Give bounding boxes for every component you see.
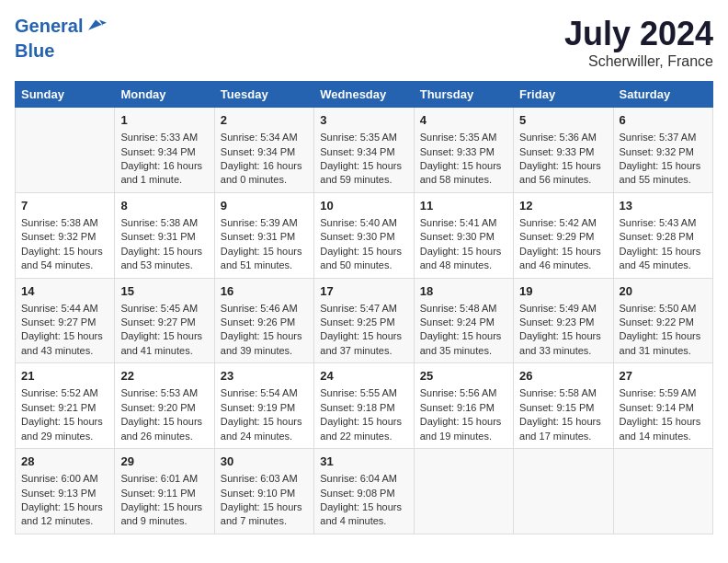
calendar-cell: 1Sunrise: 5:33 AMSunset: 9:34 PMDaylight…	[115, 108, 214, 193]
calendar-cell: 15Sunrise: 5:45 AMSunset: 9:27 PMDayligh…	[115, 278, 214, 363]
header-day-monday: Monday	[115, 82, 214, 108]
day-info-line: Daylight: 15 hours	[420, 329, 507, 343]
week-row-1: 1Sunrise: 5:33 AMSunset: 9:34 PMDaylight…	[16, 108, 713, 193]
calendar-cell: 9Sunrise: 5:39 AMSunset: 9:31 PMDaylight…	[214, 192, 313, 278]
week-row-2: 7Sunrise: 5:38 AMSunset: 9:32 PMDaylight…	[16, 192, 713, 278]
calendar-cell: 24Sunrise: 5:55 AMSunset: 9:18 PMDayligh…	[314, 363, 414, 449]
day-info-line: Daylight: 15 hours	[519, 245, 607, 259]
day-number: 6	[620, 112, 707, 129]
day-info-line: Sunset: 9:22 PM	[620, 316, 707, 329]
day-info-line: and 53 minutes.	[120, 259, 208, 272]
day-info-line: and 22 minutes.	[320, 430, 407, 443]
day-info-line: Sunrise: 6:00 AM	[21, 472, 108, 486]
day-info-line: Sunset: 9:27 PM	[21, 316, 108, 329]
page-header: GeneralBlue July 2024 Scherwiller, Franc…	[15, 15, 713, 70]
calendar-cell	[16, 108, 115, 193]
day-info-line: and 55 minutes.	[620, 173, 707, 187]
day-info-line: and 31 minutes.	[620, 344, 707, 358]
calendar-cell: 22Sunrise: 5:53 AMSunset: 9:20 PMDayligh…	[115, 363, 214, 449]
calendar-cell: 26Sunrise: 5:58 AMSunset: 9:15 PMDayligh…	[514, 363, 613, 449]
day-number: 18	[420, 283, 507, 300]
day-info-line: and 39 minutes.	[221, 344, 308, 358]
day-info-line: Sunrise: 5:40 AM	[320, 216, 407, 230]
day-info-line: Sunset: 9:19 PM	[221, 401, 308, 415]
day-number: 17	[320, 283, 407, 300]
day-info-line: Sunrise: 5:42 AM	[519, 216, 607, 230]
day-number: 20	[620, 283, 707, 300]
day-info-line: and 56 minutes.	[519, 173, 607, 187]
day-info-line: Sunrise: 5:45 AM	[120, 302, 208, 316]
day-info-line: Daylight: 15 hours	[620, 329, 707, 343]
day-info-line: Daylight: 15 hours	[420, 415, 507, 429]
day-number: 5	[519, 112, 607, 129]
logo-bird-icon	[85, 15, 107, 37]
header-day-saturday: Saturday	[613, 82, 712, 108]
day-number: 30	[221, 454, 308, 470]
day-info-line: Sunset: 9:30 PM	[320, 230, 407, 244]
day-info-line: Sunrise: 5:50 AM	[620, 302, 707, 316]
day-info-line: Sunset: 9:29 PM	[519, 230, 607, 244]
day-info-line: Sunrise: 5:55 AM	[320, 386, 407, 400]
day-info-line: Sunrise: 5:38 AM	[120, 216, 208, 230]
day-number: 15	[120, 283, 208, 300]
day-info-line: Sunset: 9:33 PM	[519, 145, 607, 159]
day-info-line: and 19 minutes.	[420, 430, 507, 443]
day-info-line: Daylight: 15 hours	[21, 329, 108, 343]
calendar-cell: 30Sunrise: 6:03 AMSunset: 9:10 PMDayligh…	[214, 449, 313, 534]
week-row-4: 21Sunrise: 5:52 AMSunset: 9:21 PMDayligh…	[16, 363, 713, 449]
day-info-line: Daylight: 15 hours	[221, 329, 308, 343]
day-info-line: and 12 minutes.	[21, 514, 108, 528]
day-info-line: Sunset: 9:08 PM	[320, 487, 407, 500]
day-number: 8	[120, 198, 208, 214]
week-row-5: 28Sunrise: 6:00 AMSunset: 9:13 PMDayligh…	[16, 449, 713, 534]
day-number: 21	[21, 368, 108, 385]
day-info-line: and 14 minutes.	[620, 430, 707, 443]
day-number: 10	[320, 198, 407, 214]
day-info-line: and 51 minutes.	[221, 259, 308, 272]
logo-text: GeneralBlue	[15, 15, 107, 61]
day-info-line: and 45 minutes.	[620, 259, 707, 272]
day-info-line: Sunset: 9:31 PM	[221, 230, 308, 244]
day-info-line: Sunrise: 5:35 AM	[420, 131, 507, 144]
day-number: 29	[120, 454, 208, 470]
location-subtitle: Scherwiller, France	[564, 53, 713, 70]
day-info-line: Daylight: 15 hours	[320, 159, 407, 173]
day-info-line: Daylight: 15 hours	[420, 245, 507, 259]
day-info-line: Daylight: 15 hours	[21, 500, 108, 514]
day-info-line: Daylight: 15 hours	[620, 415, 707, 429]
calendar-header: SundayMondayTuesdayWednesdayThursdayFrid…	[16, 82, 713, 108]
day-info-line: Sunset: 9:18 PM	[320, 401, 407, 415]
day-info-line: and 46 minutes.	[519, 259, 607, 272]
calendar-cell: 14Sunrise: 5:44 AMSunset: 9:27 PMDayligh…	[16, 278, 115, 363]
day-info-line: Daylight: 15 hours	[519, 415, 607, 429]
calendar-cell: 4Sunrise: 5:35 AMSunset: 9:33 PMDaylight…	[414, 108, 513, 193]
header-day-wednesday: Wednesday	[314, 82, 414, 108]
day-info-line: and 4 minutes.	[320, 514, 407, 528]
day-info-line: Sunrise: 5:36 AM	[519, 131, 607, 144]
calendar-cell: 13Sunrise: 5:43 AMSunset: 9:28 PMDayligh…	[613, 192, 712, 278]
day-info-line: Daylight: 15 hours	[620, 245, 707, 259]
day-number: 22	[120, 368, 208, 385]
day-info-line: and 9 minutes.	[120, 514, 208, 528]
calendar-cell: 5Sunrise: 5:36 AMSunset: 9:33 PMDaylight…	[514, 108, 613, 193]
day-info-line: and 37 minutes.	[320, 344, 407, 358]
day-info-line: Daylight: 15 hours	[120, 415, 208, 429]
day-info-line: Daylight: 15 hours	[320, 329, 407, 343]
calendar-cell: 17Sunrise: 5:47 AMSunset: 9:25 PMDayligh…	[314, 278, 414, 363]
day-info-line: Daylight: 15 hours	[120, 245, 208, 259]
day-info-line: and 33 minutes.	[519, 344, 607, 358]
day-info-line: Sunrise: 5:58 AM	[519, 386, 607, 400]
day-info-line: and 0 minutes.	[221, 173, 308, 187]
calendar-cell: 23Sunrise: 5:54 AMSunset: 9:19 PMDayligh…	[214, 363, 313, 449]
day-info-line: Sunset: 9:31 PM	[120, 230, 208, 244]
day-number: 9	[221, 198, 308, 214]
day-info-line: Sunset: 9:32 PM	[21, 230, 108, 244]
header-day-friday: Friday	[514, 82, 613, 108]
day-info-line: and 29 minutes.	[21, 430, 108, 443]
day-info-line: and 58 minutes.	[420, 173, 507, 187]
day-number: 4	[420, 112, 507, 129]
day-info-line: Sunset: 9:11 PM	[120, 487, 208, 500]
calendar-cell: 10Sunrise: 5:40 AMSunset: 9:30 PMDayligh…	[314, 192, 414, 278]
day-info-line: Sunrise: 5:41 AM	[420, 216, 507, 230]
day-info-line: Sunset: 9:10 PM	[221, 487, 308, 500]
